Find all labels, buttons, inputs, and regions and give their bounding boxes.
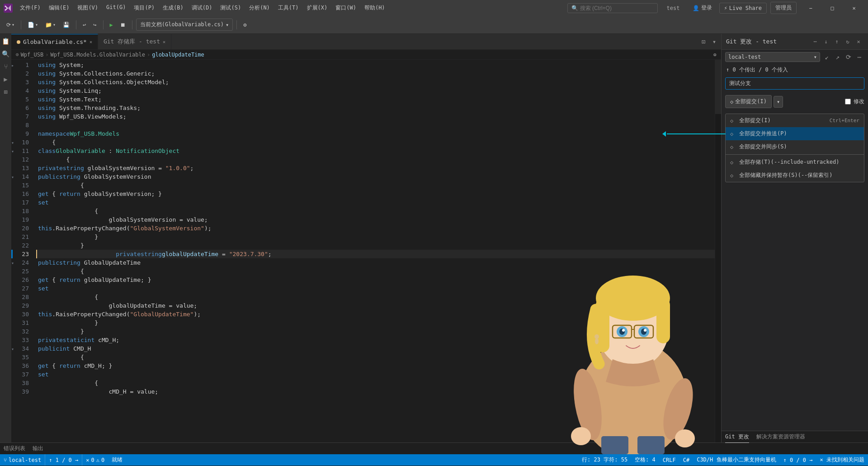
toolbar-run-btn[interactable]: ▶ [107, 20, 116, 30]
menu-extensions[interactable]: 扩展(X) [303, 2, 331, 14]
menu-build[interactable]: 生成(B) [159, 2, 187, 14]
git-menu-commit-push[interactable]: ◇ 全部提交并推送(P) [726, 127, 864, 140]
menu-test[interactable]: 测试(S) [217, 2, 245, 14]
branch-select[interactable]: local-test ▾ [725, 52, 820, 62]
status-git-count[interactable]: ↑ 0 / 0 → [780, 454, 816, 466]
line-13: 13 [11, 164, 33, 172]
status-error-warn[interactable]: ✕ 未找到相关问题 [816, 454, 868, 466]
git-header-sync-btn[interactable]: ↻ [843, 37, 853, 47]
line-numbers: ▸1 2 3 4 5 6 7 8 9 ▾10 ▾11 12 13 ▾14 [11, 60, 36, 442]
search-icon: 🔍 [571, 5, 578, 11]
close-button[interactable]: ✕ [844, 0, 864, 16]
status-position[interactable]: 行: 23 字符: 55 [578, 454, 631, 466]
git-sync-btn[interactable]: ⟳ [844, 52, 854, 62]
git-header-fetch-btn[interactable]: ↓ [821, 37, 831, 47]
status-errors[interactable]: ✕ 0 ⚠ 0 [82, 454, 108, 466]
minimize-button[interactable]: − [800, 0, 821, 16]
maximize-button[interactable]: □ [822, 0, 843, 16]
toolbar-new-btn[interactable]: 📄▾ [25, 20, 41, 30]
git-header-push-btn[interactable]: ↑ [832, 37, 842, 47]
git-dropdown-separator [726, 154, 864, 155]
toolbar-undo-btn[interactable]: ↩ [80, 20, 89, 30]
menu-debug[interactable]: 调试(D) [188, 2, 216, 14]
git-header-more-btn[interactable]: ⋯ [810, 37, 820, 47]
activity-source-control[interactable]: ⑂ [0, 61, 11, 72]
code-content[interactable]: using System; using System.Collections.G… [36, 60, 715, 442]
ml-label: C3D/H 鱼棒最小二乘支持向量机 [697, 456, 776, 464]
toolbar-redo-btn[interactable]: ↪ [90, 20, 99, 30]
toolbar-doc-button[interactable]: 当前文档(GlobalVariable.cs) ▾ [136, 19, 233, 31]
activity-extensions[interactable]: ⊞ [0, 86, 11, 97]
git-menu-stash-keep[interactable]: ◇ 全部储藏并保持暂存(S)(--保留索引) [726, 169, 864, 182]
git-more-btn[interactable]: ⋯ [854, 52, 864, 62]
line-11: ▾11 [11, 147, 33, 155]
tab-close-btn[interactable]: ✕ [90, 39, 92, 44]
menu-edit[interactable]: 编辑(E) [45, 2, 73, 14]
breadcrumb-model[interactable]: Wpf_USB.Models.GlobalVariable [50, 52, 145, 58]
breadcrumb-field[interactable]: globalUpdateTime [152, 52, 204, 58]
commit-label: 全部提交(I) [735, 98, 767, 105]
breadcrumb-wpf-usb[interactable]: Wpf_USB [21, 52, 44, 58]
toolbar-save-btn[interactable]: 💾 [60, 20, 72, 30]
search-input[interactable] [580, 5, 643, 11]
tab-split-btn[interactable]: ⊡ [698, 37, 708, 47]
code-line-26: get { return globalUpdateTime; } [36, 276, 715, 284]
status-language[interactable]: C# [679, 454, 693, 466]
live-share-button[interactable]: ⚡ Live Share [719, 3, 767, 14]
line-32: 32 [11, 327, 33, 336]
menu-git[interactable]: Git(G) [103, 2, 129, 14]
git-menu-commit[interactable]: ◇ 全部提交(I) Ctrl+Enter [726, 114, 864, 127]
commit-dropdown-button[interactable]: ▾ [774, 96, 783, 108]
tab-globalvariable[interactable]: GlobalVariable.cs* ✕ [11, 34, 98, 49]
status-line-ending[interactable]: CRLF [659, 454, 679, 466]
line-3: 3 [11, 78, 33, 86]
code-line-8 [36, 121, 715, 129]
activity-run[interactable]: ▶ [0, 74, 11, 85]
tab-git-close-btn[interactable]: ✕ [163, 39, 165, 44]
breadcrumb-expand[interactable]: ⊕ [713, 52, 717, 58]
status-ml[interactable]: C3D/H 鱼棒最小二乘支持向量机 [693, 454, 779, 466]
git-push-btn[interactable]: ↗ [833, 52, 843, 62]
tab-git-repo[interactable]: Git 存储库 - test ✕ [98, 34, 171, 49]
activity-search[interactable]: 🔍 [0, 48, 11, 59]
bottom-tab-errors[interactable]: 错误列表 [4, 443, 25, 454]
code-line-14: public string GlobalSystemVersion [36, 172, 715, 181]
menu-help[interactable]: 帮助(H) [361, 2, 389, 14]
toolbar-git-btn[interactable]: ⟳▾ [4, 20, 17, 30]
toolbar-misc-btns[interactable]: ⚙ [241, 20, 249, 30]
menu-view[interactable]: 视图(V) [74, 2, 102, 14]
menu-tools[interactable]: 工具(T) [274, 2, 302, 14]
tab-overflow-btn[interactable]: ▾ [709, 37, 719, 47]
git-header-close-btn[interactable]: ✕ [854, 37, 863, 47]
menu-analyze[interactable]: 分析(N) [245, 2, 274, 14]
modify-checkbox-row: 修改 [845, 98, 864, 105]
minimap[interactable] [715, 60, 721, 442]
status-branch[interactable]: ⑂ local-test [0, 454, 45, 466]
git-menu-commit-sync[interactable]: ◇ 全部提交并同步(S) [726, 140, 864, 153]
commit-main-button[interactable]: ◇ 全部提交(I) [725, 95, 772, 108]
line-23: 23 [11, 250, 33, 258]
status-encoding[interactable]: 空格: 4 [631, 454, 659, 466]
admin-button[interactable]: 管理员 [770, 2, 797, 14]
commit-push-icon: ◇ [730, 131, 736, 137]
toolbar-stop-btn[interactable]: ⏹ [118, 20, 128, 30]
git-tab-changes[interactable]: Git 更改 [725, 431, 749, 443]
login-button[interactable]: 👤 登录 [689, 2, 716, 14]
git-pull-btn[interactable]: ↙ [822, 52, 832, 62]
toolbar-open-btn[interactable]: 📁▾ [42, 20, 58, 30]
code-line-12: { [36, 155, 715, 164]
status-sync[interactable]: ↑ 1 / 0 → [45, 454, 82, 466]
code-line-1: using System; [36, 61, 715, 69]
modify-checkbox[interactable] [845, 99, 851, 105]
menu-project[interactable]: 项目(P) [130, 2, 158, 14]
git-branch-tag[interactable]: 测试分支 [725, 77, 864, 90]
search-box[interactable]: 🔍 [567, 3, 658, 13]
menu-window[interactable]: 窗口(W) [332, 2, 360, 14]
menu-file[interactable]: 文件(F) [16, 2, 44, 14]
stash-icon: ◇ [730, 159, 736, 166]
bottom-tab-output[interactable]: 输出 [33, 443, 43, 454]
git-tab-solution[interactable]: 解决方案资源管理器 [756, 431, 805, 442]
git-menu-stash[interactable]: ◇ 全部存储(T)(--include-untracked) [726, 156, 864, 169]
highlight-arrow [667, 133, 726, 134]
activity-explorer[interactable]: 📋 [0, 36, 11, 47]
